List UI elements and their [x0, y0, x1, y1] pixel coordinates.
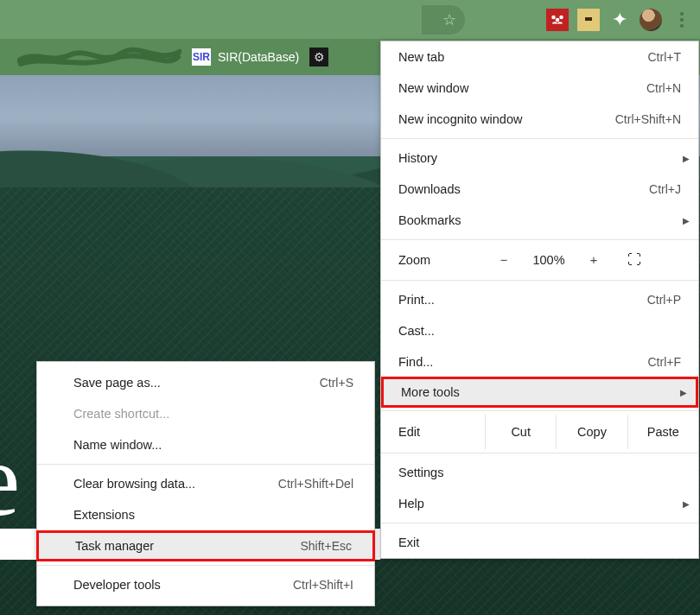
menu-cast[interactable]: Cast...: [381, 315, 698, 346]
edit-label: Edit: [381, 425, 485, 439]
menu-item-shortcut: Ctrl+Shift+I: [293, 578, 353, 592]
chrome-menu-button[interactable]: [671, 9, 693, 31]
star-icon[interactable]: ☆: [442, 10, 456, 29]
menu-print[interactable]: Print... Ctrl+P: [381, 284, 698, 315]
svg-point-2: [556, 17, 560, 22]
menu-item-label: More tools: [401, 385, 460, 399]
menu-history[interactable]: History: [381, 143, 698, 174]
menu-item-label: Exit: [398, 536, 419, 549]
menu-item-shortcut: Ctrl+Shift+N: [615, 112, 681, 126]
menu-separator: [381, 280, 698, 281]
menu-help[interactable]: Help: [381, 488, 698, 519]
menu-item-shortcut: Ctrl+F: [648, 355, 682, 369]
menu-item-label: Name window...: [73, 438, 162, 452]
page-letter-e: e: [0, 421, 20, 540]
submenu-name-window[interactable]: Name window...: [37, 429, 374, 460]
bookmark-sir-database[interactable]: SIR SIR(DataBase): [192, 48, 299, 66]
edit-paste-button[interactable]: Paste: [627, 415, 698, 449]
menu-item-shortcut: Ctrl+P: [647, 293, 681, 307]
bookmark-gear[interactable]: ⚙: [309, 48, 328, 67]
svg-point-1: [559, 15, 563, 19]
menu-item-label: Downloads: [398, 182, 461, 196]
menu-new-incognito[interactable]: New incognito window Ctrl+Shift+N: [381, 104, 698, 135]
submenu-create-shortcut[interactable]: Create shortcut...: [37, 398, 374, 429]
menu-item-label: Create shortcut...: [73, 407, 169, 421]
menu-item-label: Save page as...: [73, 376, 161, 390]
submenu-clear-browsing-data[interactable]: Clear browsing data... Ctrl+Shift+Del: [37, 468, 374, 499]
menu-item-shortcut: Ctrl+S: [320, 376, 353, 390]
menu-edit-row: Edit Cut Copy Paste: [381, 415, 698, 449]
menu-item-label: Bookmarks: [398, 213, 461, 227]
menu-item-label: Print...: [398, 293, 435, 307]
menu-item-label: Clear browsing data...: [73, 477, 195, 491]
menu-separator: [381, 453, 698, 453]
menu-separator: [381, 239, 698, 240]
omnibox-tail: ☆: [422, 5, 465, 35]
submenu-save-page[interactable]: Save page as... Ctrl+S: [37, 367, 374, 398]
menu-item-label: Extensions: [73, 508, 135, 522]
bookmark-label: SIR(DataBase): [218, 50, 299, 64]
menu-separator: [381, 523, 698, 523]
zoom-label: Zoom: [398, 253, 485, 267]
zoom-percent: 100%: [523, 253, 575, 267]
menu-item-label: Cast...: [398, 324, 435, 338]
menu-find[interactable]: Find... Ctrl+F: [381, 346, 698, 377]
redacted-scribble: [17, 47, 181, 67]
menu-item-label: New tab: [398, 50, 444, 64]
zoom-in-button[interactable]: +: [575, 253, 613, 267]
profile-avatar[interactable]: [640, 9, 662, 31]
menu-more-tools[interactable]: More tools: [381, 377, 698, 408]
edit-cut-button[interactable]: Cut: [485, 415, 556, 449]
menu-item-label: Settings: [398, 466, 443, 479]
svg-point-0: [551, 15, 556, 19]
submenu-developer-tools[interactable]: Developer tools Ctrl+Shift+I: [37, 569, 374, 600]
menu-separator: [37, 464, 374, 465]
menu-new-tab[interactable]: New tab Ctrl+T: [381, 41, 698, 73]
gear-icon: ⚙: [309, 48, 328, 67]
menu-separator: [37, 565, 374, 566]
menu-item-shortcut: Ctrl+T: [648, 50, 682, 64]
submenu-extensions[interactable]: Extensions: [37, 499, 374, 530]
sir-favicon: SIR: [192, 48, 211, 66]
menu-item-shortcut: Ctrl+Shift+Del: [278, 477, 353, 491]
menu-new-window[interactable]: New window Ctrl+N: [381, 73, 698, 104]
fullscreen-button[interactable]: ⛶: [613, 252, 656, 268]
menu-item-shortcut: Ctrl+N: [646, 81, 681, 95]
zoom-out-button[interactable]: −: [485, 253, 523, 267]
menu-separator: [381, 410, 698, 411]
menu-item-label: History: [398, 151, 437, 165]
menu-item-label: Developer tools: [73, 578, 161, 592]
submenu-task-manager[interactable]: Task manager Shift+Esc: [36, 530, 375, 561]
menu-item-label: Find...: [398, 355, 433, 369]
menu-zoom-row: Zoom − 100% + ⛶: [381, 244, 698, 276]
menu-item-shortcut: Shift+Esc: [300, 539, 352, 553]
menu-separator: [381, 138, 698, 139]
menu-item-label: Help: [398, 497, 424, 510]
menu-item-shortcut: Ctrl+J: [649, 182, 681, 196]
more-tools-submenu: Save page as... Ctrl+S Create shortcut..…: [36, 361, 375, 606]
menu-settings[interactable]: Settings: [381, 457, 698, 488]
chrome-main-menu: New tab Ctrl+T New window Ctrl+N New inc…: [380, 41, 699, 559]
mendeley-extension-icon[interactable]: [546, 9, 569, 31]
menu-item-label: New window: [398, 81, 468, 95]
browser-toolbar: ☆ ✦: [0, 0, 700, 39]
menu-downloads[interactable]: Downloads Ctrl+J: [381, 174, 698, 205]
menu-bookmarks[interactable]: Bookmarks: [381, 205, 698, 236]
menu-exit[interactable]: Exit: [381, 527, 698, 558]
menu-item-label: New incognito window: [398, 112, 522, 126]
pixel-face-extension-icon[interactable]: [577, 9, 600, 31]
extensions-puzzle-icon[interactable]: ✦: [608, 9, 631, 31]
menu-item-label: Task manager: [75, 539, 154, 553]
edit-copy-button[interactable]: Copy: [556, 415, 627, 449]
